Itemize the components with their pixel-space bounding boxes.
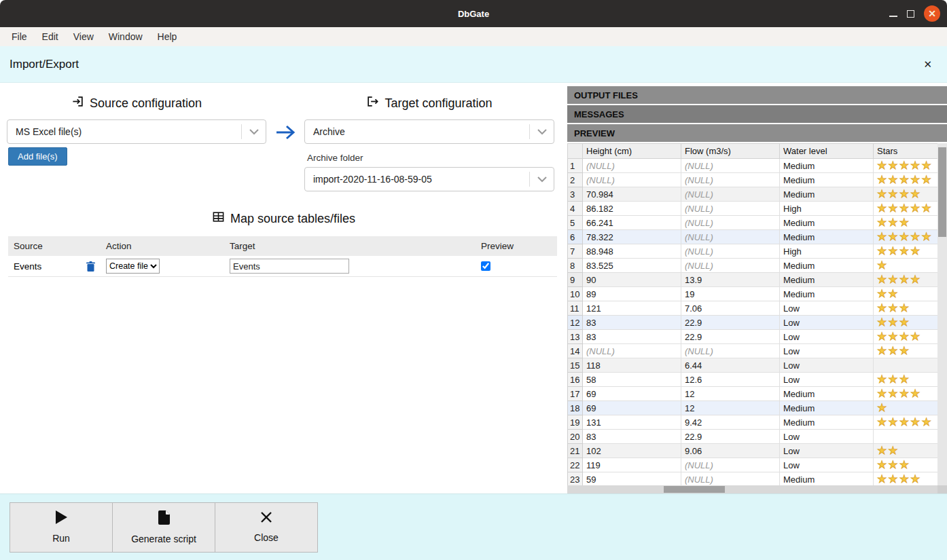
water-level-cell[interactable]: Low bbox=[780, 301, 874, 316]
row-number-cell[interactable]: 2 bbox=[568, 173, 583, 187]
add-files-button[interactable]: Add file(s) bbox=[8, 147, 67, 166]
row-number-cell[interactable]: 5 bbox=[568, 216, 583, 230]
height-cell[interactable]: 70.984 bbox=[583, 187, 681, 202]
row-number-cell[interactable]: 4 bbox=[568, 202, 583, 216]
stars-cell[interactable] bbox=[874, 430, 938, 444]
height-cell[interactable]: 89 bbox=[583, 287, 681, 301]
flow-cell[interactable]: 19 bbox=[681, 287, 780, 301]
flow-cell[interactable]: 22.9 bbox=[681, 316, 780, 330]
menu-item-help[interactable]: Help bbox=[150, 29, 185, 45]
height-cell[interactable]: 83 bbox=[583, 430, 681, 444]
panel-preview[interactable]: PREVIEW bbox=[567, 124, 947, 142]
water-level-cell[interactable]: Low bbox=[780, 344, 874, 358]
row-number-cell[interactable]: 18 bbox=[568, 401, 583, 415]
height-cell[interactable]: 83.525 bbox=[583, 259, 681, 273]
panel-output-files[interactable]: OUTPUT FILES bbox=[567, 86, 947, 104]
water-level-cell[interactable]: Medium bbox=[780, 159, 874, 173]
height-cell[interactable]: (NULL) bbox=[583, 344, 681, 358]
preview-column-header[interactable]: Water level bbox=[780, 144, 874, 159]
flow-cell[interactable]: 9.06 bbox=[681, 444, 780, 458]
stars-cell[interactable]: ★ bbox=[874, 259, 938, 273]
height-cell[interactable]: 131 bbox=[583, 415, 681, 430]
water-level-cell[interactable]: Low bbox=[780, 430, 874, 444]
water-level-cell[interactable]: Low bbox=[780, 458, 874, 472]
horizontal-scrollbar-thumb[interactable] bbox=[664, 486, 725, 493]
flow-cell[interactable]: (NULL) bbox=[681, 458, 780, 472]
flow-cell[interactable]: (NULL) bbox=[681, 230, 780, 244]
stars-cell[interactable]: ★★★ bbox=[874, 316, 938, 330]
height-cell[interactable]: 119 bbox=[583, 458, 681, 472]
water-level-cell[interactable]: Low bbox=[780, 373, 874, 387]
stars-cell[interactable]: ★★★★ bbox=[874, 187, 938, 202]
menu-item-edit[interactable]: Edit bbox=[35, 29, 66, 45]
row-number-cell[interactable]: 13 bbox=[568, 330, 583, 344]
water-level-cell[interactable]: Medium bbox=[780, 259, 874, 273]
row-number-cell[interactable]: 15 bbox=[568, 358, 583, 373]
water-level-cell[interactable]: Medium bbox=[780, 216, 874, 230]
water-level-cell[interactable]: Low bbox=[780, 444, 874, 458]
flow-cell[interactable]: 12.6 bbox=[681, 373, 780, 387]
water-level-cell[interactable]: High bbox=[780, 202, 874, 216]
menu-item-view[interactable]: View bbox=[66, 29, 101, 45]
action-select[interactable]: Create file bbox=[106, 259, 160, 274]
height-cell[interactable]: 69 bbox=[583, 401, 681, 415]
water-level-cell[interactable]: Medium bbox=[780, 401, 874, 415]
row-number-cell[interactable]: 10 bbox=[568, 287, 583, 301]
stars-cell[interactable]: ★★★ bbox=[874, 344, 938, 358]
stars-cell[interactable]: ★★★★★ bbox=[874, 415, 938, 430]
flow-cell[interactable]: 12 bbox=[681, 387, 780, 401]
vertical-scrollbar-thumb[interactable] bbox=[938, 147, 946, 237]
row-number-cell[interactable]: 12 bbox=[568, 316, 583, 330]
water-level-cell[interactable]: Medium bbox=[780, 187, 874, 202]
flow-cell[interactable]: 22.9 bbox=[681, 330, 780, 344]
row-number-cell[interactable]: 6 bbox=[568, 230, 583, 244]
flow-cell[interactable]: (NULL) bbox=[681, 216, 780, 230]
target-name-input[interactable] bbox=[230, 259, 349, 274]
height-cell[interactable]: 66.241 bbox=[583, 216, 681, 230]
stars-cell[interactable]: ★★★★★ bbox=[874, 159, 938, 173]
row-number-cell[interactable]: 19 bbox=[568, 415, 583, 430]
stars-cell[interactable]: ★★★★★ bbox=[874, 230, 938, 244]
flow-cell[interactable]: (NULL) bbox=[681, 173, 780, 187]
row-number-cell[interactable]: 9 bbox=[568, 273, 583, 287]
stars-cell[interactable]: ★★★★ bbox=[874, 244, 938, 259]
panel-messages[interactable]: MESSAGES bbox=[567, 105, 947, 123]
water-level-cell[interactable]: Low bbox=[780, 358, 874, 373]
stars-cell[interactable] bbox=[874, 358, 938, 373]
row-number-cell[interactable]: 20 bbox=[568, 430, 583, 444]
flow-cell[interactable]: 22.9 bbox=[681, 430, 780, 444]
flow-cell[interactable]: (NULL) bbox=[681, 244, 780, 259]
height-cell[interactable]: 90 bbox=[583, 273, 681, 287]
flow-cell[interactable]: (NULL) bbox=[681, 187, 780, 202]
flow-cell[interactable]: 7.06 bbox=[681, 301, 780, 316]
preview-column-header[interactable]: Height (cm) bbox=[583, 144, 681, 159]
height-cell[interactable]: 86.182 bbox=[583, 202, 681, 216]
water-level-cell[interactable]: Medium bbox=[780, 173, 874, 187]
row-number-cell[interactable]: 8 bbox=[568, 259, 583, 273]
row-number-cell[interactable]: 16 bbox=[568, 373, 583, 387]
vertical-scrollbar[interactable] bbox=[937, 143, 947, 485]
water-level-cell[interactable]: Medium bbox=[780, 230, 874, 244]
flow-cell[interactable]: 9.42 bbox=[681, 415, 780, 430]
row-number-cell[interactable]: 17 bbox=[568, 387, 583, 401]
row-number-cell[interactable]: 1 bbox=[568, 159, 583, 173]
close-tab-icon[interactable]: ✕ bbox=[918, 56, 937, 72]
row-number-cell[interactable]: 3 bbox=[568, 187, 583, 202]
horizontal-scrollbar[interactable] bbox=[567, 485, 937, 493]
generate-script-button[interactable]: Generate script bbox=[112, 502, 215, 553]
water-level-cell[interactable]: Medium bbox=[780, 287, 874, 301]
stars-cell[interactable]: ★★★ bbox=[874, 373, 938, 387]
height-cell[interactable]: (NULL) bbox=[583, 173, 681, 187]
source-driver-select[interactable]: MS Excel file(s) bbox=[7, 119, 266, 144]
height-cell[interactable]: 118 bbox=[583, 358, 681, 373]
water-level-cell[interactable]: Medium bbox=[780, 273, 874, 287]
run-button[interactable]: Run bbox=[10, 502, 113, 553]
stars-cell[interactable]: ★★ bbox=[874, 444, 938, 458]
close-icon[interactable]: ✕ bbox=[924, 5, 940, 22]
height-cell[interactable]: 88.948 bbox=[583, 244, 681, 259]
row-number-cell[interactable]: 7 bbox=[568, 244, 583, 259]
water-level-cell[interactable]: High bbox=[780, 244, 874, 259]
height-cell[interactable]: 69 bbox=[583, 387, 681, 401]
stars-cell[interactable]: ★★★★ bbox=[874, 330, 938, 344]
maximize-icon[interactable] bbox=[907, 10, 914, 18]
